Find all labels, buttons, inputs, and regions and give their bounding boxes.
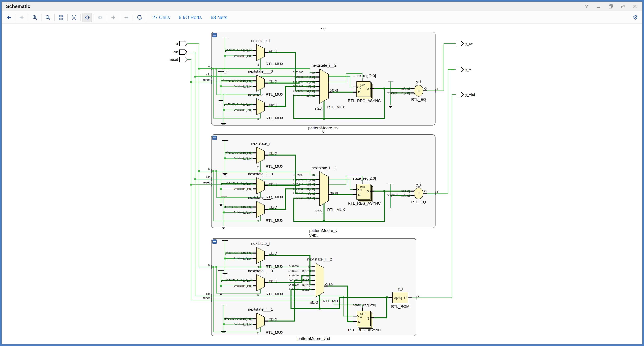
pin-label: I0[2:0] xyxy=(243,205,252,209)
toolbar-separator xyxy=(15,14,15,21)
close-icon[interactable] xyxy=(632,3,638,9)
boundary-net-label: clk xyxy=(206,175,210,179)
add-button[interactable] xyxy=(109,13,118,22)
toolbar-separator xyxy=(41,14,42,21)
window-controls: ? xyxy=(584,3,638,9)
net-junction xyxy=(220,188,222,190)
output-port[interactable] xyxy=(456,67,464,72)
pin-attr: S=3'b011 xyxy=(293,187,303,190)
port-label: y_v xyxy=(465,67,471,72)
zoom-in-button[interactable] xyxy=(30,13,40,22)
cell-name: nextstate_i__0 xyxy=(248,269,273,273)
cell-type: RTL_MUX xyxy=(266,116,284,120)
input-port[interactable] xyxy=(180,57,187,62)
cells-link[interactable]: 27 Cells xyxy=(152,15,170,20)
net-junction xyxy=(260,266,262,268)
cell-type: RTL_REG_ASYNC xyxy=(348,328,381,332)
pin-label: I1[1:0] xyxy=(306,75,315,79)
net-wire xyxy=(435,43,456,91)
schematic-canvas[interactable]: SVpatternMoore_svaclkresetnextstate_iI0[… xyxy=(2,24,642,345)
pin-label: S[2:0] xyxy=(310,301,318,304)
maximize-icon[interactable] xyxy=(620,3,626,9)
module-footer: patternMoore_vhd xyxy=(298,336,330,341)
autofit-selection-button[interactable] xyxy=(82,13,92,22)
pin-label: I0 xyxy=(308,265,310,268)
pin-attr: S=3'b011 xyxy=(293,85,303,88)
zoom-out-button[interactable] xyxy=(43,13,52,22)
net-junction xyxy=(190,184,192,186)
nets-link[interactable]: 63 Nets xyxy=(210,15,227,20)
schematic-svg[interactable]: SVpatternMoore_svaclkresetnextstate_iI0[… xyxy=(2,24,642,345)
cell-rtl-mux[interactable] xyxy=(315,263,324,297)
cell-type: RTL_MUX xyxy=(327,105,345,109)
pin-label: I0 xyxy=(312,173,315,177)
pin-label: Q xyxy=(366,190,369,193)
pin-label: O[2:0] xyxy=(269,206,277,209)
pin-label: I1[2:0] xyxy=(243,108,252,112)
net-junction xyxy=(223,109,225,111)
pin-attr: S=default xyxy=(234,257,244,260)
pin-label: I5[2:0] xyxy=(306,197,315,200)
pin-label: I3[2:0] xyxy=(302,279,310,282)
input-port[interactable] xyxy=(180,41,187,46)
net-junction xyxy=(224,157,226,159)
cell-type: RTL_EQ xyxy=(411,200,426,204)
net-junction xyxy=(216,68,217,70)
forward-button[interactable] xyxy=(17,13,26,22)
pin-attr: V=B"10", S=1'b1 xyxy=(226,252,244,255)
output-port[interactable] xyxy=(456,41,464,46)
net-junction xyxy=(384,190,386,192)
pin-label: S[2:0] xyxy=(314,107,322,110)
boundary-net-label: a xyxy=(208,167,210,171)
cell-name: nextstate_i xyxy=(251,39,270,43)
pin-label: S xyxy=(257,117,259,120)
pin-label: I0[1:0] xyxy=(243,182,252,185)
pin-attr: V=B"10", S=1'b1 xyxy=(226,279,244,282)
pin-attr: S=default xyxy=(234,157,244,160)
cell-rtl-mux[interactable] xyxy=(320,69,328,103)
io-ports-link[interactable]: 6 I/O Ports xyxy=(179,15,202,20)
net-junction xyxy=(386,297,388,298)
cell-rtl-mux[interactable] xyxy=(320,172,328,206)
pin-attr: S=default xyxy=(234,54,244,57)
pin-label: D xyxy=(358,90,360,94)
pin-label: I5[2:0] xyxy=(302,288,310,291)
back-button[interactable] xyxy=(4,13,13,22)
toolbar-separator xyxy=(80,14,81,21)
boundary-net-label: y xyxy=(437,87,438,90)
input-port[interactable] xyxy=(180,50,187,54)
pin-label: S xyxy=(257,293,259,296)
module-footer: patternMoore_v xyxy=(309,228,337,233)
cell-type: RTL_MUX xyxy=(327,208,345,212)
remove-button[interactable] xyxy=(122,13,131,22)
output-port[interactable] xyxy=(456,92,464,97)
boundary-net-label: y xyxy=(437,189,438,193)
settings-gear-icon[interactable]: ⚙ xyxy=(631,13,640,22)
pin-label: I1[1:0] xyxy=(243,284,252,288)
net-junction xyxy=(194,178,196,180)
zoom-to-selection-button[interactable] xyxy=(70,13,79,22)
pin-label: I4[1:0] xyxy=(302,283,310,287)
cell-name: state_reg[2:0] xyxy=(353,303,376,307)
help-icon[interactable]: ? xyxy=(584,3,590,9)
refresh-button[interactable] xyxy=(135,13,144,22)
pin-label: I0[1:0] xyxy=(243,279,252,282)
pin-label: S xyxy=(257,165,259,169)
port-label: reset xyxy=(170,57,178,61)
net-junction xyxy=(198,68,200,70)
zoom-fit-button[interactable] xyxy=(56,13,66,22)
pin-label: O[2:0] xyxy=(269,103,277,107)
net-junction xyxy=(223,212,225,213)
pin-attr: S=default xyxy=(234,285,244,287)
cell-type: RTL_MUX xyxy=(266,218,284,223)
cell-type: RTL_MUX xyxy=(266,330,284,335)
toolbar-separator xyxy=(54,14,54,21)
expand-cone-button[interactable] xyxy=(96,13,105,22)
toolbar-separator xyxy=(120,14,120,21)
minimize-icon[interactable] xyxy=(596,3,602,9)
pin-attr: V=B"10", S=1'b1 xyxy=(226,182,244,185)
pin-label: I2[1:0] xyxy=(302,274,310,277)
pin-label: I1[2:0] xyxy=(243,323,252,326)
schematic-window: Schematic ? xyxy=(0,0,644,346)
float-icon[interactable] xyxy=(608,3,614,9)
